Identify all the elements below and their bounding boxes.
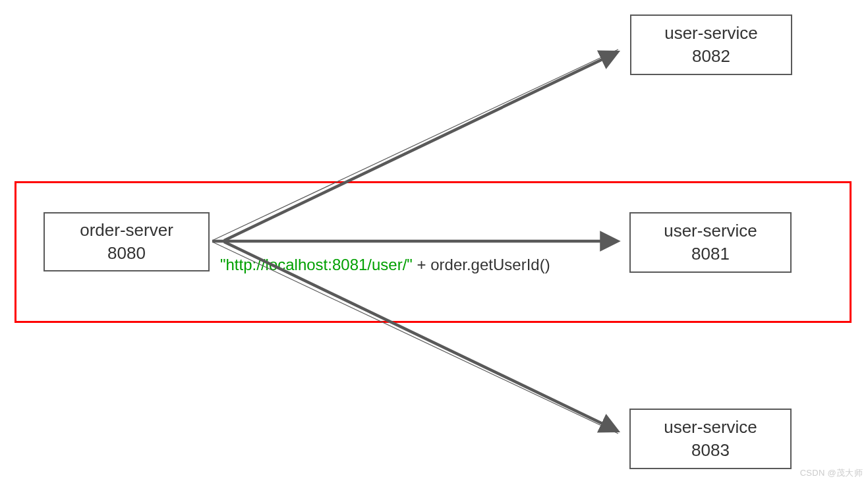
user-service-8082-port: 8082 <box>692 45 730 68</box>
order-server-name: order-server <box>80 219 173 242</box>
order-server-port: 8080 <box>107 242 146 265</box>
user-service-8082-name: user-service <box>664 22 758 45</box>
order-server-node: order-server 8080 <box>43 212 210 271</box>
edge-label-url: "http://localhost:8081/user/" <box>220 256 413 273</box>
edge-label-suffix: + order.getUserId() <box>413 256 550 273</box>
user-service-8081-name: user-service <box>664 219 757 242</box>
watermark: CSDN @茂大师 <box>800 467 863 479</box>
user-service-8083-port: 8083 <box>691 439 730 462</box>
user-service-8083-name: user-service <box>664 416 757 439</box>
user-service-8083-node: user-service 8083 <box>629 409 792 469</box>
user-service-8081-node: user-service 8081 <box>629 212 792 273</box>
edge-label: "http://localhost:8081/user/" + order.ge… <box>220 256 550 274</box>
user-service-8082-node: user-service 8082 <box>630 14 792 75</box>
user-service-8081-port: 8081 <box>691 242 730 266</box>
